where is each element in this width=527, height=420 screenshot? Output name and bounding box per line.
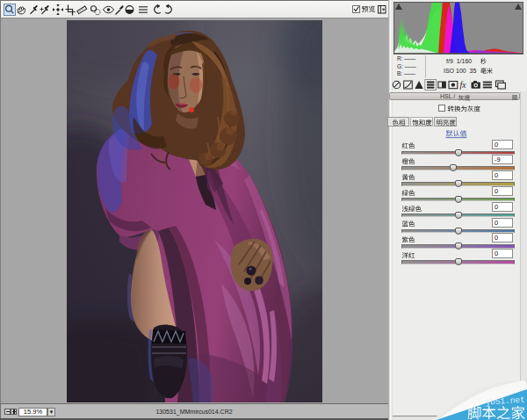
svg-text:fx: fx bbox=[460, 81, 467, 90]
